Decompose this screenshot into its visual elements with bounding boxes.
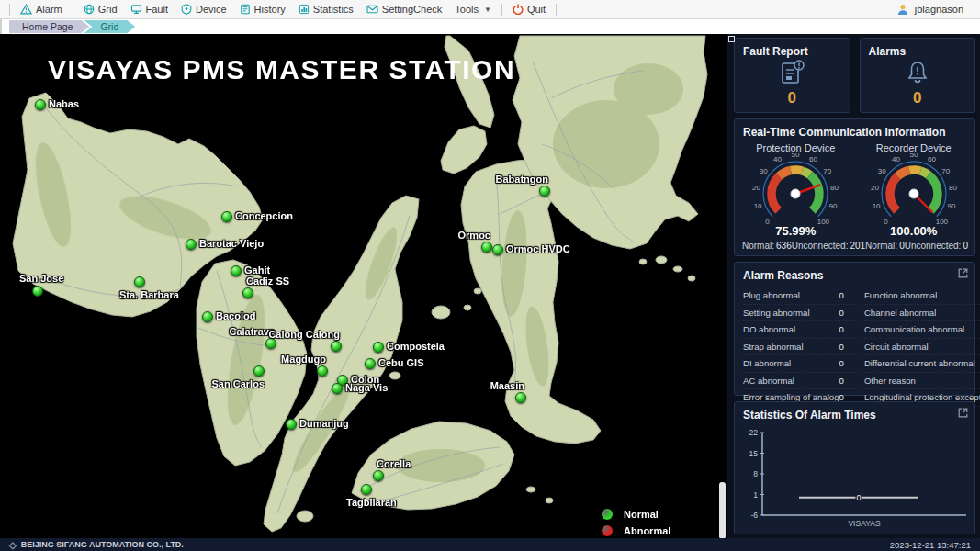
toolbar-separator: [556, 4, 557, 16]
expand-icon[interactable]: [958, 408, 968, 418]
tab-bar: Home Page Grid: [0, 19, 980, 34]
station-status-dot-normal[interactable]: [365, 358, 376, 369]
station-status-dot-normal[interactable]: [332, 383, 343, 394]
username-label: jblagnason: [915, 4, 963, 15]
gauge-percentage: 75.99%: [775, 224, 816, 238]
alarm-times-chart: 221581-60VISAYAS: [735, 423, 974, 534]
station-status-dot-normal[interactable]: [373, 342, 384, 353]
station-label: Ormoc HVDC: [506, 243, 570, 254]
fault-report-title: Fault Report: [735, 39, 850, 60]
svg-text:70: 70: [941, 167, 950, 175]
station-label: Magdugo: [281, 354, 326, 365]
alarm-statistics-title: Statistics Of Alarm Times: [735, 402, 884, 423]
station-status-dot-normal[interactable]: [221, 211, 232, 222]
toolbar-button-statistics[interactable]: Statistics: [292, 2, 360, 17]
tab-home-page[interactable]: Home Page: [9, 20, 89, 33]
station-status-dot-normal[interactable]: [286, 419, 297, 430]
station-status-dot-normal[interactable]: [253, 365, 265, 377]
svg-text:0: 0: [766, 219, 771, 227]
islet: [526, 487, 535, 492]
station-status-dot-normal[interactable]: [331, 341, 342, 352]
station-status-dot-normal[interactable]: [317, 365, 328, 377]
island-siquijor: [297, 511, 313, 522]
svg-text:0: 0: [884, 219, 888, 227]
station-status-dot-normal[interactable]: [515, 392, 526, 403]
tab-grid[interactable]: Grid: [84, 20, 135, 33]
alarm-reason-label: DO abnormal: [743, 324, 795, 334]
alarm-reason-row: Differential current abnormal0: [864, 355, 980, 373]
toolbar-button-history[interactable]: History: [233, 2, 292, 17]
svg-text:8: 8: [753, 469, 758, 478]
user-menu[interactable]: jblagnason: [896, 4, 980, 16]
station-status-dot-normal[interactable]: [361, 484, 372, 495]
toolbar-button-fault[interactable]: Fault: [124, 2, 175, 17]
bar-chart: 221581-60VISAYAS: [740, 425, 974, 534]
toolbar-button-alarm[interactable]: Alarm: [14, 2, 69, 17]
alarm-reason-value: 0: [839, 342, 857, 352]
fault-report-card[interactable]: Fault Report 0: [734, 38, 850, 113]
alarm-reason-value: 0: [839, 324, 857, 334]
alarm-reason-row: Channel abnormal0: [864, 305, 980, 322]
station-status-dot-normal[interactable]: [202, 311, 213, 322]
alarm-reason-label: Channel abnormal: [864, 308, 936, 318]
station-status-dot-normal[interactable]: [134, 276, 145, 287]
connection-stats: Normal:636Unconnected:201Normal:0Unconne…: [735, 238, 974, 251]
expand-icon[interactable]: [958, 268, 968, 278]
alarm-reason-label: Differential current abnormal: [864, 358, 975, 368]
map-legend: NormalAbnormal: [602, 506, 670, 538]
alarm-reason-row: Setting abnormal0: [743, 305, 857, 322]
svg-text:0: 0: [856, 493, 861, 502]
toolbar-button-settingcheck[interactable]: SettingCheck: [360, 2, 448, 17]
svg-text:60: 60: [809, 155, 817, 163]
svg-text:22: 22: [749, 428, 759, 437]
gauge-protection-device: Protection Device01020304050607080901007…: [738, 141, 853, 238]
svg-text:100: 100: [935, 219, 948, 227]
toolbar-button-grid[interactable]: Grid: [77, 2, 124, 17]
quit-icon: [513, 4, 524, 15]
fault-report-count: 0: [735, 89, 850, 107]
islet: [688, 276, 695, 281]
toolbar-button-label: Quit: [527, 4, 546, 15]
station-label: San Carlos: [212, 378, 265, 389]
alarm-reason-label: Setting abnormal: [743, 308, 810, 318]
toolbar-button-quit[interactable]: Quit: [506, 2, 552, 17]
map-vertical-scrollbar[interactable]: [719, 482, 726, 538]
station-label: Dumanjug: [299, 418, 349, 429]
device-icon: [181, 4, 192, 15]
toolbar-button-tools[interactable]: Tools▼: [448, 2, 498, 17]
fault-icon: [130, 4, 142, 15]
alarm-reason-label: Circuit abnormal: [864, 342, 929, 352]
gauge-percentage: 100.00%: [890, 224, 937, 238]
alarm-reason-row: AC abnormal0: [743, 373, 857, 390]
station-status-dot-normal[interactable]: [539, 186, 550, 197]
station-label: San Jose: [19, 273, 63, 284]
summary-cards-row: Fault Report 0 Alarms 0: [734, 38, 975, 113]
svg-text:50: 50: [909, 153, 918, 159]
status-bar: ◇ BEIJING SIFANG AUTOMATION CO., LTD. 20…: [0, 538, 980, 551]
panel-collapse-icon[interactable]: [728, 36, 735, 42]
station-status-dot-normal[interactable]: [242, 287, 253, 298]
alarm-reason-row: Other reason0: [864, 373, 980, 390]
toolbar-button-device[interactable]: Device: [175, 2, 233, 17]
station-status-dot-normal[interactable]: [231, 265, 242, 276]
station-label: Maasin: [490, 380, 524, 391]
station-status-dot-normal[interactable]: [35, 99, 46, 110]
station-status-dot-normal[interactable]: [492, 244, 503, 255]
svg-text:20: 20: [752, 185, 760, 193]
legend-normal-dot: [602, 509, 613, 520]
map-canvas[interactable]: VISAYAS PMS MASTER STATION NabasConcepci…: [0, 34, 727, 538]
islet: [673, 266, 682, 272]
gauge-dial: 0102030405060708090100: [740, 153, 850, 231]
alarms-card[interactable]: Alarms 0: [860, 38, 976, 113]
svg-text:80: 80: [949, 185, 957, 193]
station-status-dot-normal[interactable]: [186, 239, 197, 250]
main-toolbar: AlarmGridFaultDeviceHistoryStatisticsSet…: [0, 0, 980, 19]
alarm-reason-label: Function abnormal: [864, 290, 937, 300]
alarm-reason-label: DI abnormal: [743, 358, 791, 368]
station-status-dot-normal[interactable]: [481, 242, 492, 253]
svg-text:-6: -6: [750, 511, 758, 520]
right-panel: Fault Report 0 Alarms 0 Real-Time Commun…: [727, 34, 980, 538]
map-islands: [0, 34, 727, 538]
station-status-dot-normal[interactable]: [373, 470, 384, 481]
station-status-dot-normal[interactable]: [32, 286, 43, 297]
